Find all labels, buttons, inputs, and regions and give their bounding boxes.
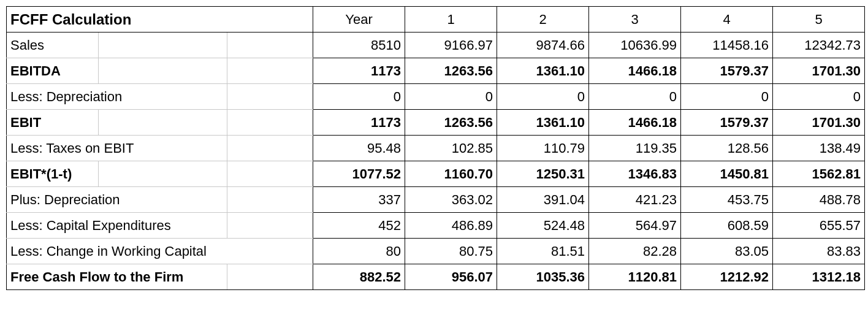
data-cell: 1077.52 [313, 161, 405, 187]
row-label: Sales [7, 33, 99, 58]
table-row: Sales85109166.979874.6610636.9911458.161… [7, 33, 865, 58]
data-cell: 421.23 [589, 187, 681, 213]
data-cell: 1361.10 [497, 58, 589, 84]
data-cell: 452 [313, 213, 405, 239]
data-cell: 0 [681, 84, 773, 110]
data-cell: 1160.70 [405, 161, 497, 187]
data-cell: 1466.18 [589, 58, 681, 84]
table-row: Less: Change in Working Capital8080.7581… [7, 239, 865, 264]
data-cell: 1450.81 [681, 161, 773, 187]
data-cell: 453.75 [681, 187, 773, 213]
data-cell: 1346.83 [589, 161, 681, 187]
table-row: Plus: Depreciation337363.02391.04421.234… [7, 187, 865, 213]
data-cell: 0 [773, 84, 865, 110]
row-label: Free Cash Flow to the Firm [7, 264, 227, 290]
col-header: 3 [589, 7, 681, 33]
label-gap [227, 264, 313, 290]
data-cell: 1466.18 [589, 110, 681, 136]
data-cell: 956.07 [405, 264, 497, 290]
spreadsheet-region: FCFF Calculation Year 1 2 3 4 5 Sales851… [0, 0, 868, 314]
label-gap [227, 213, 313, 239]
table-row: Less: Depreciation000000 [7, 84, 865, 110]
row-label: Plus: Depreciation [7, 187, 227, 213]
data-cell: 1579.37 [681, 110, 773, 136]
data-cell: 1173 [313, 110, 405, 136]
table-row: EBITDA11731263.561361.101466.181579.3717… [7, 58, 865, 84]
data-cell: 80 [313, 239, 405, 264]
data-cell: 128.56 [681, 136, 773, 161]
data-cell: 82.28 [589, 239, 681, 264]
col-header: Year [313, 7, 405, 33]
row-label: Less: Depreciation [7, 84, 227, 110]
data-cell: 1263.56 [405, 110, 497, 136]
row-label: Less: Capital Expenditures [7, 213, 227, 239]
data-cell: 83.83 [773, 239, 865, 264]
data-cell: 1701.30 [773, 58, 865, 84]
table-header-row: FCFF Calculation Year 1 2 3 4 5 [7, 7, 865, 33]
col-header: 1 [405, 7, 497, 33]
label-gap [99, 58, 227, 84]
data-cell: 882.52 [313, 264, 405, 290]
fcff-table: FCFF Calculation Year 1 2 3 4 5 Sales851… [6, 6, 865, 290]
table-row: Less: Capital Expenditures452486.89524.4… [7, 213, 865, 239]
data-cell: 95.48 [313, 136, 405, 161]
data-cell: 0 [405, 84, 497, 110]
data-cell: 1212.92 [681, 264, 773, 290]
data-cell: 608.59 [681, 213, 773, 239]
data-cell: 486.89 [405, 213, 497, 239]
label-gap [227, 33, 313, 58]
label-gap [227, 110, 313, 136]
data-cell: 81.51 [497, 239, 589, 264]
row-label: EBITDA [7, 58, 99, 84]
row-label: Less: Change in Working Capital [7, 239, 313, 264]
data-cell: 564.97 [589, 213, 681, 239]
label-gap [227, 136, 313, 161]
data-cell: 12342.73 [773, 33, 865, 58]
data-cell: 80.75 [405, 239, 497, 264]
data-cell: 1579.37 [681, 58, 773, 84]
data-cell: 110.79 [497, 136, 589, 161]
data-cell: 363.02 [405, 187, 497, 213]
data-cell: 0 [589, 84, 681, 110]
label-gap [99, 161, 227, 187]
data-cell: 655.57 [773, 213, 865, 239]
data-cell: 1173 [313, 58, 405, 84]
row-label: EBIT [7, 110, 99, 136]
data-cell: 8510 [313, 33, 405, 58]
data-cell: 9166.97 [405, 33, 497, 58]
row-label: EBIT*(1-t) [7, 161, 99, 187]
label-gap [227, 161, 313, 187]
table-row: EBIT11731263.561361.101466.181579.371701… [7, 110, 865, 136]
col-header: 5 [773, 7, 865, 33]
table-row: EBIT*(1-t)1077.521160.701250.311346.8314… [7, 161, 865, 187]
data-cell: 1361.10 [497, 110, 589, 136]
label-gap [227, 84, 313, 110]
data-cell: 1035.36 [497, 264, 589, 290]
data-cell: 83.05 [681, 239, 773, 264]
data-cell: 1701.30 [773, 110, 865, 136]
col-header: 4 [681, 7, 773, 33]
data-cell: 337 [313, 187, 405, 213]
col-header: 2 [497, 7, 589, 33]
table-row: Free Cash Flow to the Firm882.52956.0710… [7, 264, 865, 290]
label-gap [99, 33, 227, 58]
table-row: Less: Taxes on EBIT95.48102.85110.79119.… [7, 136, 865, 161]
data-cell: 11458.16 [681, 33, 773, 58]
data-cell: 10636.99 [589, 33, 681, 58]
label-gap [227, 58, 313, 84]
data-cell: 1263.56 [405, 58, 497, 84]
table-title: FCFF Calculation [7, 7, 99, 33]
data-cell: 524.48 [497, 213, 589, 239]
row-label: Less: Taxes on EBIT [7, 136, 227, 161]
data-cell: 119.35 [589, 136, 681, 161]
data-cell: 102.85 [405, 136, 497, 161]
data-cell: 9874.66 [497, 33, 589, 58]
data-cell: 0 [313, 84, 405, 110]
data-cell: 1562.81 [773, 161, 865, 187]
data-cell: 1312.18 [773, 264, 865, 290]
label-gap [227, 187, 313, 213]
label-gap [99, 110, 227, 136]
data-cell: 1250.31 [497, 161, 589, 187]
header-gap [227, 7, 313, 33]
data-cell: 138.49 [773, 136, 865, 161]
